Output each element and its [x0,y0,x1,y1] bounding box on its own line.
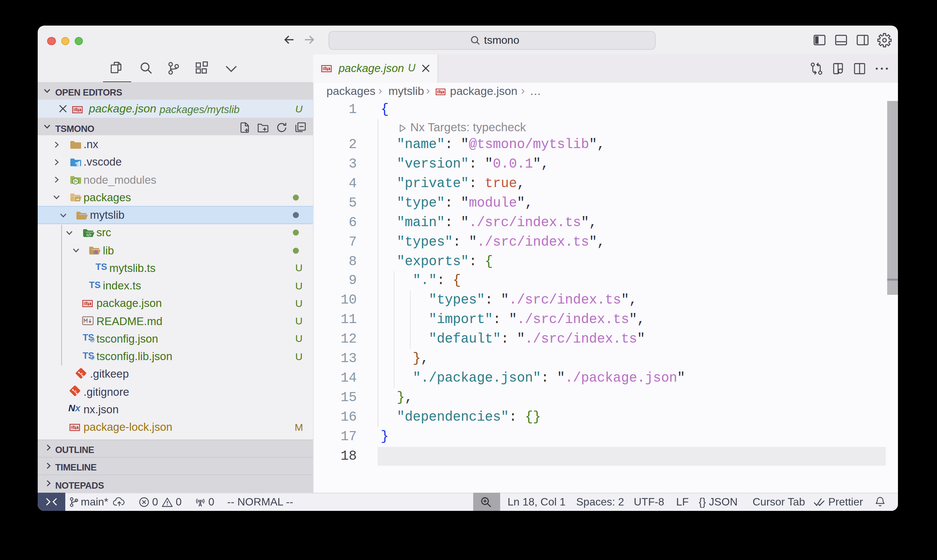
svg-text:js: js [73,179,77,183]
